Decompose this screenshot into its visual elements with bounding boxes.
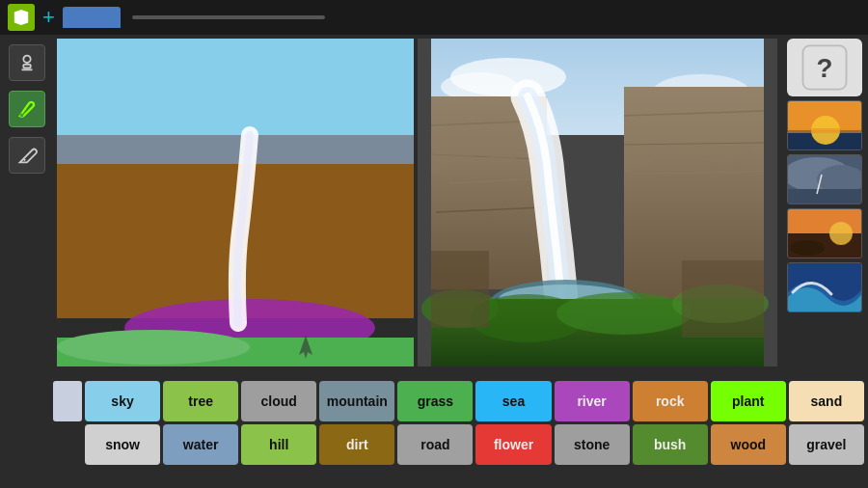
svg-point-52 — [829, 222, 853, 245]
photo-canvas — [418, 39, 777, 366]
svg-rect-43 — [788, 128, 862, 133]
thumbnail-4[interactable] — [787, 262, 862, 312]
label-wood[interactable]: wood — [711, 424, 786, 465]
label-row-1: sky tree cloud mountain grass sea river … — [53, 381, 864, 421]
label-mountain[interactable]: mountain — [319, 381, 394, 421]
label-flower[interactable]: flower — [475, 424, 551, 465]
label-gravel[interactable]: gravel — [789, 424, 864, 465]
pencil-tool-button[interactable] — [9, 137, 45, 174]
label-tree[interactable]: tree — [163, 381, 238, 421]
bottom-label-area: sky tree cloud mountain grass sea river … — [0, 377, 868, 488]
canvas-area — [53, 35, 781, 377]
nvidia-logo[interactable] — [8, 4, 35, 31]
add-button[interactable]: + — [42, 7, 55, 28]
left-toolbar — [0, 35, 53, 377]
label-bush[interactable]: bush — [633, 424, 708, 465]
svg-marker-0 — [14, 10, 28, 25]
active-tab[interactable] — [63, 7, 121, 28]
stamp-tool-button[interactable] — [9, 44, 45, 81]
topbar: + — [0, 0, 868, 35]
svg-rect-47 — [788, 189, 862, 204]
label-sky[interactable]: sky — [85, 381, 160, 421]
label-cloud[interactable]: cloud — [241, 381, 316, 421]
svg-point-4 — [19, 114, 23, 118]
label-plant[interactable]: plant — [711, 381, 786, 421]
svg-point-1 — [23, 56, 30, 63]
label-water[interactable]: water — [163, 424, 238, 465]
label-dirt[interactable]: dirt — [319, 424, 394, 465]
label-river[interactable]: river — [555, 381, 630, 421]
svg-text:?: ? — [817, 53, 833, 83]
right-panel: ? — [781, 35, 868, 377]
label-sand[interactable]: sand — [789, 381, 864, 421]
svg-line-5 — [23, 159, 25, 161]
brush-tool-button[interactable] — [9, 91, 45, 127]
svg-rect-2 — [23, 65, 30, 68]
label-snow[interactable]: snow — [85, 424, 160, 465]
svg-point-34 — [556, 292, 692, 335]
active-color-swatch[interactable] — [53, 381, 82, 421]
progress-bar — [132, 15, 325, 19]
tab-bar — [63, 7, 121, 28]
svg-rect-36 — [431, 251, 489, 328]
label-rock[interactable]: rock — [633, 381, 708, 421]
thumbnail-2[interactable] — [787, 154, 862, 204]
label-sea[interactable]: sea — [475, 381, 551, 421]
random-dice-button[interactable]: ? — [787, 39, 862, 96]
svg-rect-6 — [57, 39, 414, 135]
label-row-2: snow water hill dirt road flower stone b… — [53, 424, 864, 465]
drawing-canvas[interactable] — [57, 39, 414, 366]
label-grass[interactable]: grass — [397, 381, 473, 421]
svg-rect-37 — [682, 260, 764, 338]
label-road[interactable]: road — [397, 424, 473, 465]
main-area: ? — [0, 35, 868, 377]
thumbnail-1[interactable] — [787, 100, 862, 150]
svg-point-12 — [57, 330, 250, 365]
svg-point-53 — [790, 240, 825, 256]
label-hill[interactable]: hill — [241, 424, 316, 465]
label-rows: sky tree cloud mountain grass sea river … — [0, 377, 868, 469]
thumbnail-3[interactable] — [787, 208, 862, 258]
label-stone[interactable]: stone — [555, 424, 630, 465]
